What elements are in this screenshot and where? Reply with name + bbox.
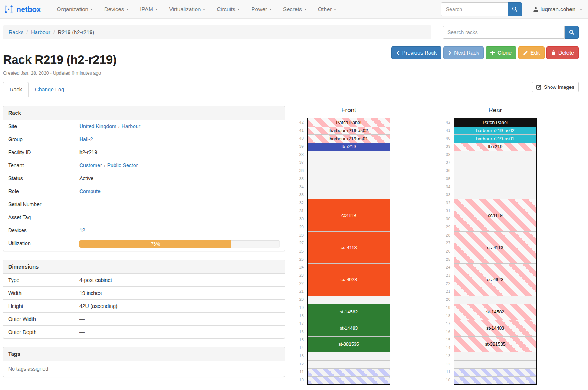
attribute-link[interactable]: Public Sector bbox=[107, 162, 138, 168]
attribute-link[interactable]: Harbour bbox=[122, 123, 141, 129]
rack-unit-device[interactable]: Patch Panel bbox=[454, 118, 536, 127]
nav-item-label: Secrets bbox=[283, 6, 302, 12]
unit-number: 27 bbox=[441, 239, 450, 247]
nav-item-secrets[interactable]: Secrets bbox=[277, 0, 312, 19]
tab-bar: Rack Change Log Show Images bbox=[3, 82, 579, 97]
attribute-link[interactable]: United Kingdom bbox=[79, 123, 116, 129]
tab-change-log[interactable]: Change Log bbox=[29, 82, 70, 97]
rack-search-group bbox=[443, 26, 579, 39]
dimensions-panel-body: Type4-post cabinetWidth19 inchesHeight42… bbox=[3, 274, 285, 338]
rear-elevation-title: Rear bbox=[441, 107, 537, 114]
rack-unit-device[interactable]: cc-4113 bbox=[308, 231, 390, 264]
rack-unit-device[interactable]: harbour-r219-as01 bbox=[454, 134, 536, 143]
rack-unit-empty bbox=[454, 296, 536, 304]
user-icon bbox=[533, 7, 538, 12]
attribute-link[interactable]: Hall-2 bbox=[79, 136, 93, 142]
nav-item-ipam[interactable]: IPAM bbox=[134, 0, 164, 19]
breadcrumb-link[interactable]: Racks bbox=[9, 29, 23, 35]
rack-unit-device[interactable]: cc-4923 bbox=[454, 263, 536, 296]
unit-number: 41 bbox=[295, 127, 304, 135]
attribute-label: Outer Width bbox=[3, 313, 76, 325]
navbar-search-button[interactable] bbox=[508, 2, 522, 16]
user-name: luqman.cohen bbox=[541, 6, 575, 12]
previous-rack-button[interactable]: Previous Rack bbox=[391, 46, 441, 59]
rack-unit-device[interactable]: st-381535 bbox=[308, 336, 390, 352]
attribute-value: Customer›Public Sector bbox=[76, 159, 285, 172]
unit-number: 31 bbox=[295, 207, 304, 215]
unit-number: 29 bbox=[441, 223, 450, 231]
rack-unit-device[interactable]: st-14582 bbox=[308, 304, 390, 320]
unit-number: 41 bbox=[441, 127, 450, 135]
unit-number: 30 bbox=[295, 215, 304, 223]
rack-unit-device[interactable]: st-14582 bbox=[454, 304, 536, 320]
rack-unit-empty bbox=[454, 159, 536, 167]
rack-unit-device[interactable]: harbour-r219-as02 bbox=[454, 127, 536, 135]
attribute-row: SiteUnited Kingdom›Harbour bbox=[3, 120, 285, 133]
rack-unit-device[interactable]: cc4119 bbox=[308, 199, 390, 231]
attribute-link[interactable]: Compute bbox=[79, 188, 101, 194]
rack-panel-title: Rack bbox=[3, 106, 285, 120]
delete-button[interactable]: Delete bbox=[546, 46, 579, 59]
unit-number: 24 bbox=[295, 263, 304, 272]
attribute-value: 4-post cabinet bbox=[76, 274, 285, 286]
rack-unit-device[interactable]: st-14483 bbox=[308, 320, 390, 336]
rack-unit-empty bbox=[308, 296, 390, 304]
rack-unit-device[interactable]: cc4119 bbox=[454, 199, 536, 231]
nav-item-virtualization[interactable]: Virtualization bbox=[164, 0, 211, 19]
attribute-row: Type4-post cabinet bbox=[3, 274, 285, 286]
breadcrumb-link[interactable]: Harbour bbox=[31, 29, 50, 35]
rack-unit-device[interactable]: cc-4923 bbox=[308, 263, 390, 296]
nav-item-devices[interactable]: Devices bbox=[99, 0, 134, 19]
rack-unit-device[interactable]: harbour-r219-as02 bbox=[308, 127, 390, 135]
unit-number: 12 bbox=[441, 360, 450, 368]
tab-rack[interactable]: Rack bbox=[3, 82, 29, 97]
dimensions-panel-title: Dimensions bbox=[3, 260, 285, 274]
navbar-search-input[interactable] bbox=[441, 2, 508, 16]
attribute-label: Group bbox=[3, 133, 76, 146]
edit-button[interactable]: Edit bbox=[518, 46, 545, 59]
rack-unit-device[interactable]: cc-4113 bbox=[454, 231, 536, 264]
rack-search-input[interactable] bbox=[443, 26, 565, 39]
unit-number: 38 bbox=[295, 151, 304, 159]
rack-unit-device[interactable]: st-381535 bbox=[454, 336, 536, 352]
unit-number: 25 bbox=[441, 256, 450, 264]
clone-button[interactable]: Clone bbox=[486, 46, 516, 59]
attribute-link[interactable]: 12 bbox=[79, 227, 85, 233]
attribute-link[interactable]: Customer bbox=[79, 162, 102, 168]
rack-unit-empty bbox=[454, 151, 536, 159]
nav-item-label: IPAM bbox=[140, 6, 153, 12]
attribute-value: — bbox=[76, 313, 285, 325]
unit-number: 32 bbox=[441, 199, 450, 207]
rack-unit-device[interactable]: lb-r219 bbox=[454, 143, 536, 151]
rack-unit-device[interactable]: Patch Panel bbox=[308, 118, 390, 127]
nav-item-other[interactable]: Other bbox=[312, 0, 342, 19]
show-images-button[interactable]: Show Images bbox=[532, 82, 579, 92]
attribute-row: GroupHall-2 bbox=[3, 133, 285, 146]
rear-unit-numbers: 4241403938373635343332313029282726252423… bbox=[441, 118, 454, 385]
netbox-brand[interactable]: netbox bbox=[4, 4, 41, 14]
unit-number: 17 bbox=[441, 320, 450, 328]
attribute-row: Utilization76% bbox=[3, 237, 285, 251]
user-menu[interactable]: luqman.cohen bbox=[533, 6, 582, 12]
unit-number: 17 bbox=[295, 320, 304, 328]
unit-number: 32 bbox=[295, 199, 304, 207]
nav-item-power[interactable]: Power bbox=[246, 0, 277, 19]
unit-number: 14 bbox=[295, 344, 304, 352]
attribute-label: Status bbox=[3, 172, 76, 185]
unit-number: 42 bbox=[295, 118, 304, 127]
nav-item-circuits[interactable]: Circuits bbox=[211, 0, 246, 19]
unit-number: 33 bbox=[441, 191, 450, 199]
next-rack-button[interactable]: Next Rack bbox=[443, 46, 484, 59]
rack-unit-device[interactable]: lb-r219 bbox=[308, 143, 390, 151]
unit-number: 13 bbox=[441, 352, 450, 360]
attribute-label: Tenant bbox=[3, 159, 76, 172]
unit-number: 22 bbox=[441, 280, 450, 288]
rack-search-button[interactable] bbox=[565, 26, 579, 39]
rack-unit-device[interactable]: harbour-r219-as01 bbox=[308, 134, 390, 143]
unit-number: 28 bbox=[295, 231, 304, 240]
front-rack-box: Patch Panelharbour-r219-as02harbour-r219… bbox=[307, 118, 390, 385]
empty-value-dash: — bbox=[79, 201, 85, 207]
rack-unit-device[interactable]: st-14483 bbox=[454, 320, 536, 336]
nav-item-organization[interactable]: Organization bbox=[51, 0, 99, 19]
attribute-label: Site bbox=[3, 120, 76, 133]
